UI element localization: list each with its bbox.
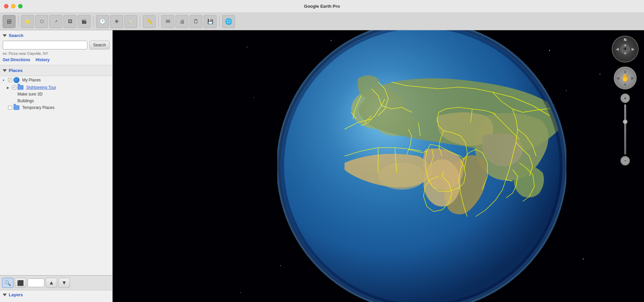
add-path-icon: ↗ — [54, 19, 57, 24]
history-link[interactable]: History — [36, 58, 49, 62]
temporary-places-checkbox[interactable] — [8, 106, 12, 110]
my-places-checkbox[interactable] — [8, 78, 12, 82]
zoom-thumb[interactable] — [623, 119, 628, 124]
svg-point-41 — [281, 30, 563, 302]
sightseeing-tour-expand[interactable]: ▶ — [7, 86, 11, 89]
pan-control[interactable]: ▲ ▼ ◀ ▶ ✋ — [614, 67, 637, 89]
pan-right-arrow[interactable]: ▶ — [631, 76, 634, 80]
move-up-icon: ▲ — [49, 280, 54, 286]
pan-up-arrow[interactable]: ▲ — [623, 69, 627, 73]
print-button[interactable]: 🖨 — [175, 15, 188, 28]
close-button[interactable] — [4, 4, 8, 8]
copy-image-icon: 🗒 — [193, 18, 199, 25]
add-overlay-button[interactable]: 🖼 — [64, 15, 76, 28]
zoom-out-button[interactable]: − — [620, 156, 630, 165]
my-places-expand[interactable]: ▾ — [3, 78, 7, 82]
toolbar-separator-5 — [219, 16, 219, 27]
sun-button[interactable]: ☀ — [110, 15, 123, 28]
add-placemark-button[interactable]: ⭐ — [21, 15, 34, 28]
map-area[interactable]: N ▲ ▼ ◀ ▶ 👁 ▲ ▼ ◀ ▶ ✋ — [113, 30, 644, 302]
search-input[interactable] — [3, 41, 87, 49]
historical-imagery-button[interactable]: 🕐 — [96, 15, 109, 28]
search-field-small[interactable] — [28, 278, 44, 287]
move-down-icon: ▼ — [62, 280, 67, 286]
temporary-places-folder-icon — [13, 105, 19, 110]
search-title: Search — [9, 33, 23, 38]
print-icon: 🖨 — [179, 18, 185, 24]
search-collapse-icon[interactable] — [3, 34, 7, 37]
search-example-text: ex: Pizza near Clayville, NY — [3, 51, 110, 55]
sightseeing-tour-label[interactable]: Sightseeing Tour — [26, 85, 56, 90]
sun-icon: ☀ — [114, 18, 119, 25]
compass-down-arrow[interactable]: ▼ — [623, 51, 627, 56]
copy-image-button[interactable]: 🗒 — [190, 15, 202, 28]
compass-right-arrow[interactable]: ▶ — [632, 47, 635, 51]
add-polygon-button[interactable]: ⬡ — [35, 15, 48, 28]
navigation-controls: N ▲ ▼ ◀ ▶ 👁 ▲ ▼ ◀ ▶ ✋ — [612, 36, 639, 165]
pan-down-arrow[interactable]: ▼ — [623, 83, 627, 87]
my-places-label: My Places — [22, 78, 41, 82]
places-collapse-icon[interactable] — [3, 69, 7, 72]
ruler-icon: 📏 — [146, 18, 153, 25]
search-button[interactable]: Search — [89, 41, 110, 49]
ruler-button[interactable]: 📏 — [143, 15, 156, 28]
zoom-slider[interactable] — [624, 104, 626, 155]
move-up-button[interactable]: ▲ — [46, 278, 57, 288]
layers-header: Layers — [3, 292, 110, 297]
temporary-places-item: Temporary Places — [0, 104, 112, 111]
compass-left-arrow[interactable]: ◀ — [616, 47, 619, 51]
add-path-button[interactable]: ↗ — [49, 15, 62, 28]
zoom-in-button[interactable]: + — [620, 93, 630, 103]
earth-icon: 🌐 — [225, 18, 232, 25]
layers-tab-icon: ⬛ — [17, 280, 24, 286]
title-bar: Google Earth Pro — [0, 0, 644, 13]
historical-imagery-icon: 🕐 — [99, 18, 106, 25]
svg-point-1 — [247, 47, 247, 47]
record-tour-icon: 🎬 — [81, 19, 87, 24]
minimize-button[interactable] — [11, 4, 15, 8]
add-placemark-icon: ⭐ — [25, 19, 30, 24]
places-title: Places — [9, 68, 23, 73]
email-button[interactable]: ✉ — [161, 15, 174, 28]
layers-section: Layers — [0, 290, 112, 302]
record-tour-button[interactable]: 🎬 — [78, 15, 90, 28]
search-links: Get Directions History — [3, 58, 110, 62]
toolbar-separator-4 — [158, 16, 159, 27]
search-header: Search — [3, 33, 110, 38]
get-directions-link[interactable]: Get Directions — [3, 58, 30, 62]
traffic-lights — [4, 4, 23, 8]
places-header: Places — [0, 65, 112, 76]
my-places-item: ▾ My Places — [0, 76, 112, 84]
layers-collapse-icon[interactable] — [3, 294, 7, 296]
layers-tab-button[interactable]: ⬛ — [15, 278, 26, 288]
toolbar-separator-1 — [18, 16, 18, 27]
main-toolbar: ⊞ ⭐ ⬡ ↗ 🖼 🎬 🕐 ☀ 🪐 📏 ✉ 🖨 🗒 💾 🌐 — [0, 13, 644, 30]
zoom-control: + − — [620, 93, 630, 165]
temporary-places-label: Temporary Places — [22, 105, 54, 110]
sightseeing-tour-folder-icon — [17, 85, 24, 90]
main-content: Search Search ex: Pizza near Clayville, … — [0, 30, 644, 302]
maximize-button[interactable] — [18, 4, 23, 8]
search-row: Search — [3, 41, 110, 49]
compass-arrows: ▲ ▼ ◀ ▶ — [612, 36, 638, 62]
sidebar-bottom-toolbar: 🔍 ⬛ ▲ ▼ — [0, 275, 112, 290]
save-image-icon: 💾 — [207, 19, 213, 24]
search-tab-icon: 🔍 — [4, 280, 11, 286]
compass-up-arrow[interactable]: ▲ — [623, 42, 627, 47]
app-title: Google Earth Pro — [304, 4, 340, 9]
places-section: Places ▾ My Places ▶ Sightseeing Tour Ma… — [0, 65, 112, 275]
svg-point-16 — [600, 74, 601, 75]
planets-button[interactable]: 🪐 — [124, 15, 137, 28]
email-icon: ✉ — [166, 18, 170, 25]
sightseeing-tour-checkbox[interactable] — [12, 85, 16, 89]
sightseeing-tour-item: ▶ Sightseeing Tour — [0, 84, 112, 91]
sidebar-toggle-icon: ⊞ — [7, 18, 12, 25]
sidebar-toggle-button[interactable]: ⊞ — [3, 15, 15, 28]
save-image-button[interactable]: 💾 — [204, 15, 216, 28]
search-tab-button[interactable]: 🔍 — [2, 278, 13, 288]
compass[interactable]: N ▲ ▼ ◀ ▶ 👁 — [612, 36, 639, 63]
move-down-button[interactable]: ▼ — [58, 278, 70, 288]
pan-left-arrow[interactable]: ◀ — [616, 76, 619, 80]
earth-view-button[interactable]: 🌐 — [222, 15, 235, 28]
buildings-item: Buildings — [0, 98, 112, 104]
